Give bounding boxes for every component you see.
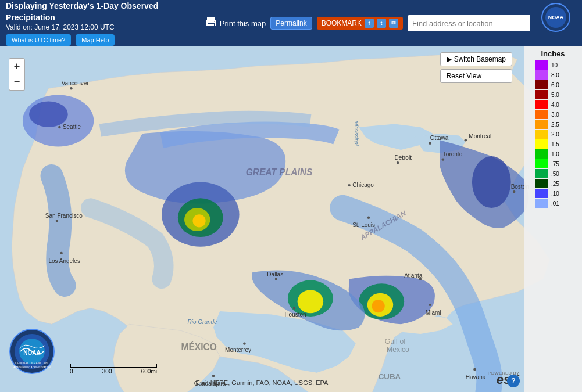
noaa-header-logo: NOAA	[530, 0, 582, 35]
svg-point-35	[367, 216, 370, 218]
reset-view-button[interactable]: Reset View	[440, 69, 512, 83]
legend-item: 3.0	[535, 110, 570, 119]
map-help-button[interactable]: Map Help	[76, 34, 115, 46]
legend-item: .75	[535, 159, 570, 168]
svg-point-41	[275, 278, 277, 280]
svg-point-10	[29, 102, 68, 127]
svg-text:Monterrey: Monterrey	[225, 347, 251, 353]
legend-item: 8.0	[535, 70, 570, 80]
legend-label-text: 5.0	[551, 92, 559, 98]
legend-item: .01	[535, 199, 570, 208]
legend-color-swatch	[535, 199, 548, 208]
permalink-button[interactable]: Permalink	[270, 17, 312, 30]
map-container[interactable]: GREAT PLAINS APPALACHIAN MÉXICO Gulf of …	[0, 46, 582, 392]
legend-color-swatch	[535, 189, 548, 198]
legend-item: .50	[535, 169, 570, 178]
scale-label-600: 600mi	[141, 368, 157, 375]
svg-point-31	[60, 252, 62, 254]
svg-text:NOAA: NOAA	[548, 15, 564, 20]
svg-point-59	[513, 190, 515, 193]
legend-color-swatch	[535, 179, 548, 188]
svg-point-57	[442, 158, 444, 160]
legend-label-text: 6.0	[551, 82, 559, 88]
scale-bar: 0 300 600mi	[70, 364, 157, 375]
svg-point-33	[348, 184, 350, 186]
legend-color-swatch	[535, 100, 548, 109]
svg-point-27	[58, 126, 60, 128]
legend-label-text: .25	[551, 181, 559, 187]
scale-line	[70, 364, 157, 368]
svg-text:Gulf of: Gulf of	[385, 337, 406, 346]
svg-rect-0	[207, 17, 215, 20]
switch-basemap-button[interactable]: ▶ Switch Basemap	[440, 52, 512, 66]
zoom-in-button[interactable]: +	[9, 58, 25, 74]
page-subtitle: Valid on: June 17, 2023 12:00 UTC	[6, 23, 205, 31]
legend-label-text: .50	[551, 171, 559, 177]
legend-color-swatch	[535, 169, 548, 178]
scale-label-0: 0	[70, 368, 73, 375]
noaa-logo: NOAA NATIONAL OCEANIC AND ATMOSPHERIC AD…	[9, 328, 55, 375]
help-button[interactable]: ?	[507, 375, 520, 387]
legend-label-text: .10	[551, 190, 559, 197]
svg-point-53	[465, 139, 467, 141]
svg-text:NATIONAL OCEANIC AND: NATIONAL OCEANIC AND	[15, 361, 50, 365]
svg-text:NOAA: NOAA	[23, 350, 40, 356]
print-button[interactable]: Print this map	[205, 17, 266, 30]
legend-item: .25	[535, 179, 570, 188]
legend-label-text: 2.5	[551, 121, 559, 128]
svg-point-20	[298, 290, 323, 313]
header-buttons: What is UTC time? Map Help	[6, 34, 205, 46]
svg-text:Mississippi: Mississippi	[353, 121, 359, 146]
svg-text:San Francisco: San Francisco	[45, 213, 83, 219]
svg-rect-4	[214, 21, 215, 22]
bookmark-button[interactable]: BOOKMARK f t ✉	[317, 17, 403, 30]
email-icon: ✉	[389, 19, 398, 28]
legend-item: .10	[535, 189, 570, 198]
attribution-text: Esri, HERE, Garmin, FAO, NOAA, USGS, EPA	[196, 379, 329, 386]
bookmark-label: BOOKMARK	[322, 19, 362, 27]
print-label: Print this map	[220, 19, 266, 28]
legend-item: 5.0	[535, 90, 570, 99]
legend-label-text: 3.0	[551, 112, 559, 118]
svg-point-55	[429, 142, 431, 145]
svg-text:Dallas: Dallas	[267, 271, 283, 278]
legend-color-swatch	[535, 60, 548, 70]
legend-color-swatch	[535, 139, 548, 149]
svg-text:Toronto: Toronto	[443, 151, 463, 157]
svg-text:Los Angeles: Los Angeles	[48, 258, 80, 264]
legend-color-swatch	[535, 70, 548, 80]
facebook-icon: f	[365, 19, 374, 28]
utc-time-button[interactable]: What is UTC time?	[6, 34, 71, 46]
svg-text:Seattle: Seattle	[63, 124, 81, 130]
legend-color-swatch	[535, 110, 548, 119]
legend-color-swatch	[535, 90, 548, 99]
header-left: Displaying Yesterday's 1-Day Observed Pr…	[6, 1, 205, 46]
legend-item: 2.0	[535, 130, 570, 139]
scale-labels: 0 300 600mi	[70, 368, 157, 375]
zoom-out-button[interactable]: −	[9, 74, 25, 91]
switch-basemap-label: Switch Basemap	[454, 55, 506, 63]
svg-text:MÉXICO: MÉXICO	[181, 341, 216, 352]
legend-label-text: 1.0	[551, 151, 559, 157]
legend-bar: 10 8.0 6.0 5.0 4.0 3.0 2.5 2.0 1.5 1.0	[535, 60, 570, 208]
attribution: Esri, HERE, Garmin, FAO, NOAA, USGS, EPA	[0, 379, 524, 386]
legend-label-text: 1.5	[551, 141, 559, 148]
svg-text:Atlanta: Atlanta	[404, 272, 423, 279]
legend-item: 1.5	[535, 139, 570, 149]
svg-point-14	[192, 214, 205, 227]
legend-label-text: .01	[551, 200, 559, 207]
map-svg: GREAT PLAINS APPALACHIAN MÉXICO Gulf of …	[0, 46, 582, 392]
legend-color-swatch	[535, 80, 548, 89]
svg-point-15	[472, 156, 511, 208]
legend-item: 10	[535, 60, 570, 70]
noaa-logo-svg: NOAA	[541, 3, 570, 32]
legend-color-swatch	[535, 159, 548, 168]
svg-point-67	[70, 87, 72, 89]
svg-point-18	[372, 300, 385, 312]
triangle-icon: ▶	[447, 55, 452, 63]
svg-point-61	[473, 368, 476, 371]
legend-label-text: 10	[551, 62, 558, 69]
legend-label-text: 4.0	[551, 102, 559, 108]
legend-label-text: 8.0	[551, 72, 559, 78]
page-title: Displaying Yesterday's 1-Day Observed Pr…	[6, 1, 205, 23]
